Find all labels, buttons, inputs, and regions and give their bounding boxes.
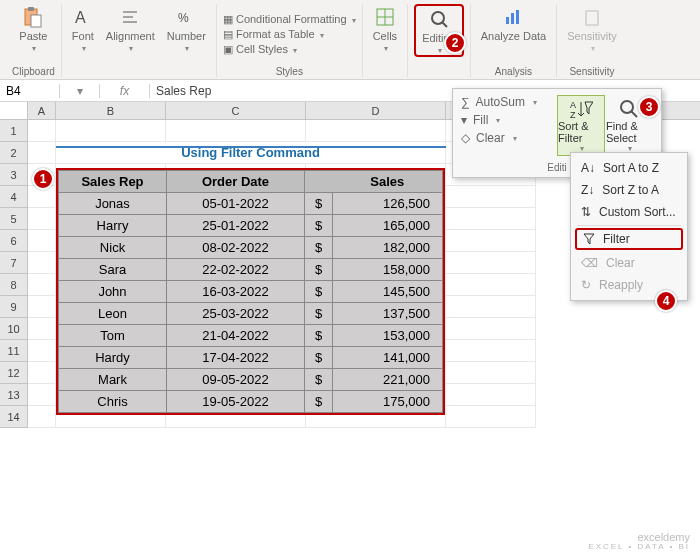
cell-rep[interactable]: Mark: [59, 369, 167, 391]
select-all-triangle[interactable]: [0, 102, 28, 119]
row-header-14[interactable]: 14: [0, 406, 28, 428]
cell[interactable]: [446, 252, 536, 274]
cell-currency[interactable]: $: [305, 237, 333, 259]
cell-sales[interactable]: 126,500: [333, 193, 443, 215]
name-box[interactable]: B4: [0, 84, 60, 98]
cell-currency[interactable]: $: [305, 281, 333, 303]
cell-rep[interactable]: John: [59, 281, 167, 303]
cell-rep[interactable]: Nick: [59, 237, 167, 259]
cell-date[interactable]: 21-04-2022: [167, 325, 305, 347]
cell[interactable]: [446, 274, 536, 296]
conditional-formatting-button[interactable]: ▦ Conditional Formatting ▾: [223, 13, 356, 26]
table-row[interactable]: Tom21-04-2022$153,000: [59, 325, 443, 347]
header-sales[interactable]: Sales: [333, 171, 443, 193]
analyze-data-button[interactable]: Analyze Data: [477, 4, 550, 44]
cell-date[interactable]: 25-03-2022: [167, 303, 305, 325]
row-header-2[interactable]: 2: [0, 142, 28, 164]
namebox-dropdown[interactable]: ▾: [60, 84, 100, 98]
cell-rep[interactable]: Sara: [59, 259, 167, 281]
sort-a-to-z[interactable]: A↓Sort A to Z: [571, 157, 687, 179]
header-sales-cur[interactable]: [305, 171, 333, 193]
col-D[interactable]: D: [306, 102, 446, 119]
cell-sales[interactable]: 145,500: [333, 281, 443, 303]
row-header-3[interactable]: 3: [0, 164, 28, 186]
cell[interactable]: [446, 384, 536, 406]
cell[interactable]: [446, 230, 536, 252]
sort-z-to-a[interactable]: Z↓Sort Z to A: [571, 179, 687, 201]
cell-date[interactable]: 09-05-2022: [167, 369, 305, 391]
row-header-1[interactable]: 1: [0, 120, 28, 142]
table-row[interactable]: Hardy17-04-2022$141,000: [59, 347, 443, 369]
table-row[interactable]: Mark09-05-2022$221,000: [59, 369, 443, 391]
cell-currency[interactable]: $: [305, 259, 333, 281]
col-A[interactable]: A: [28, 102, 56, 119]
cell-sales[interactable]: 137,500: [333, 303, 443, 325]
row-header-8[interactable]: 8: [0, 274, 28, 296]
cell[interactable]: [446, 340, 536, 362]
table-row[interactable]: Leon25-03-2022$137,500: [59, 303, 443, 325]
cell-rep[interactable]: Hardy: [59, 347, 167, 369]
cell-rep[interactable]: Jonas: [59, 193, 167, 215]
cell-sales[interactable]: 182,000: [333, 237, 443, 259]
cell[interactable]: [446, 186, 536, 208]
cell-sales[interactable]: 221,000: [333, 369, 443, 391]
cell[interactable]: [306, 120, 446, 142]
fill-button[interactable]: ▾Fill ▾: [461, 113, 547, 127]
cell[interactable]: [28, 142, 56, 164]
cell[interactable]: [28, 274, 56, 296]
format-as-table-button[interactable]: ▤ Format as Table ▾: [223, 28, 356, 41]
table-row[interactable]: Sara22-02-2022$158,000: [59, 259, 443, 281]
cell-date[interactable]: 08-02-2022: [167, 237, 305, 259]
cell[interactable]: [28, 230, 56, 252]
col-C[interactable]: C: [166, 102, 306, 119]
row-header-4[interactable]: 4: [0, 186, 28, 208]
cell[interactable]: [28, 296, 56, 318]
table-row[interactable]: Chris19-05-2022$175,000: [59, 391, 443, 413]
cell[interactable]: [28, 384, 56, 406]
sort-filter-button[interactable]: AZ Sort & Filter▾: [557, 95, 605, 156]
cell[interactable]: [28, 318, 56, 340]
cell[interactable]: [28, 120, 56, 142]
cell[interactable]: [28, 208, 56, 230]
cell[interactable]: [28, 252, 56, 274]
cell-currency[interactable]: $: [305, 193, 333, 215]
cell-rep[interactable]: Harry: [59, 215, 167, 237]
row-header-5[interactable]: 5: [0, 208, 28, 230]
cell-currency[interactable]: $: [305, 369, 333, 391]
row-header-9[interactable]: 9: [0, 296, 28, 318]
table-row[interactable]: Jonas05-01-2022$126,500: [59, 193, 443, 215]
cell[interactable]: [56, 120, 166, 142]
cell-sales[interactable]: 153,000: [333, 325, 443, 347]
cell-sales[interactable]: 141,000: [333, 347, 443, 369]
cell-date[interactable]: 22-02-2022: [167, 259, 305, 281]
col-B[interactable]: B: [56, 102, 166, 119]
table-row[interactable]: Harry25-01-2022$165,000: [59, 215, 443, 237]
cell[interactable]: [446, 208, 536, 230]
row-header-13[interactable]: 13: [0, 384, 28, 406]
cell[interactable]: [28, 406, 56, 428]
paste-button[interactable]: Paste ▾: [15, 4, 51, 55]
cell-currency[interactable]: $: [305, 347, 333, 369]
cell[interactable]: [28, 362, 56, 384]
cell-sales[interactable]: 165,000: [333, 215, 443, 237]
alignment-button[interactable]: Alignment▾: [102, 4, 159, 55]
cell-sales[interactable]: 175,000: [333, 391, 443, 413]
clear-button[interactable]: ◇Clear ▾: [461, 131, 547, 145]
row-header-11[interactable]: 11: [0, 340, 28, 362]
row-header-12[interactable]: 12: [0, 362, 28, 384]
cell-date[interactable]: 19-05-2022: [167, 391, 305, 413]
cell-rep[interactable]: Leon: [59, 303, 167, 325]
cell[interactable]: [166, 120, 306, 142]
header-order-date[interactable]: Order Date: [167, 171, 305, 193]
cell-date[interactable]: 05-01-2022: [167, 193, 305, 215]
row-header-6[interactable]: 6: [0, 230, 28, 252]
cell[interactable]: [446, 318, 536, 340]
cell[interactable]: [446, 362, 536, 384]
fx-icon[interactable]: fx: [100, 84, 150, 98]
custom-sort[interactable]: ⇅Custom Sort...: [571, 201, 687, 223]
row-header-7[interactable]: 7: [0, 252, 28, 274]
cell-currency[interactable]: $: [305, 303, 333, 325]
cell[interactable]: [28, 340, 56, 362]
header-sales-rep[interactable]: Sales Rep: [59, 171, 167, 193]
autosum-button[interactable]: ∑AutoSum ▾: [461, 95, 547, 109]
